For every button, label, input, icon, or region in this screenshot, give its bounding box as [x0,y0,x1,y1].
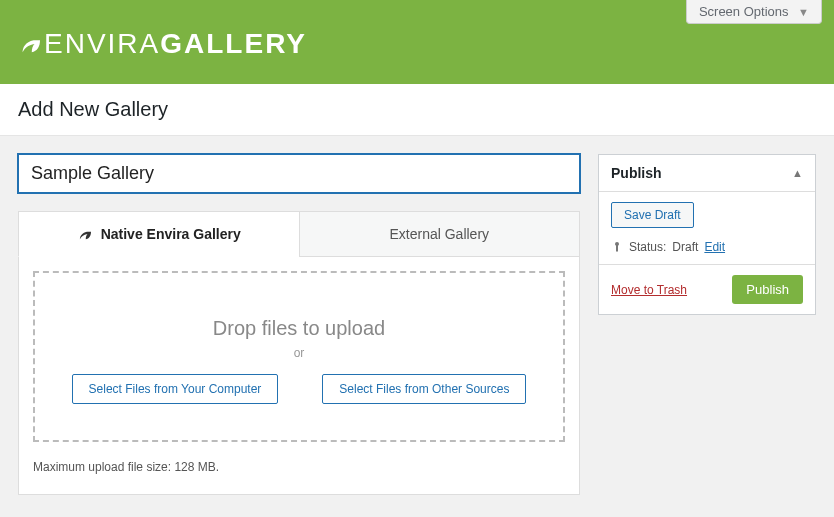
status-value: Draft [672,240,698,254]
pin-icon [611,241,623,253]
tab-native-envira[interactable]: Native Envira Gallery [18,211,300,257]
publish-box-header[interactable]: Publish ▲ [599,155,815,192]
gallery-title-input[interactable] [18,154,580,193]
tab-label: External Gallery [389,226,489,242]
status-row: Status: Draft Edit [611,240,803,254]
publish-button[interactable]: Publish [732,275,803,304]
edit-status-link[interactable]: Edit [704,240,725,254]
tabs: Native Envira Gallery External Gallery [18,211,580,257]
screen-options-button[interactable]: Screen Options ▼ [686,0,822,24]
select-files-computer-button[interactable]: Select Files from Your Computer [72,374,279,404]
move-to-trash-link[interactable]: Move to Trash [611,283,687,297]
logo-text: ENVIRAGALLERY [44,28,307,60]
dropzone-title: Drop files to upload [55,317,543,340]
tab-external-gallery[interactable]: External Gallery [299,211,581,257]
dropzone-or: or [55,346,543,360]
page-title-bar: Add New Gallery [0,84,834,136]
file-dropzone[interactable]: Drop files to upload or Select Files fro… [33,271,565,442]
tab-panel: Drop files to upload or Select Files fro… [18,257,580,495]
leaf-icon [18,33,40,55]
status-label: Status: [629,240,666,254]
header-banner: Screen Options ▼ ENVIRAGALLERY [0,0,834,84]
tab-label: Native Envira Gallery [101,226,241,242]
max-upload-text: Maximum upload file size: 128 MB. [33,460,565,474]
collapse-icon[interactable]: ▲ [792,167,803,179]
page-title: Add New Gallery [18,98,816,121]
select-files-other-button[interactable]: Select Files from Other Sources [322,374,526,404]
leaf-icon [77,227,91,241]
save-draft-button[interactable]: Save Draft [611,202,694,228]
publish-box-title: Publish [611,165,662,181]
caret-down-icon: ▼ [798,6,809,18]
publish-box: Publish ▲ Save Draft Status: Draft Edit … [598,154,816,315]
screen-options-label: Screen Options [699,4,789,19]
